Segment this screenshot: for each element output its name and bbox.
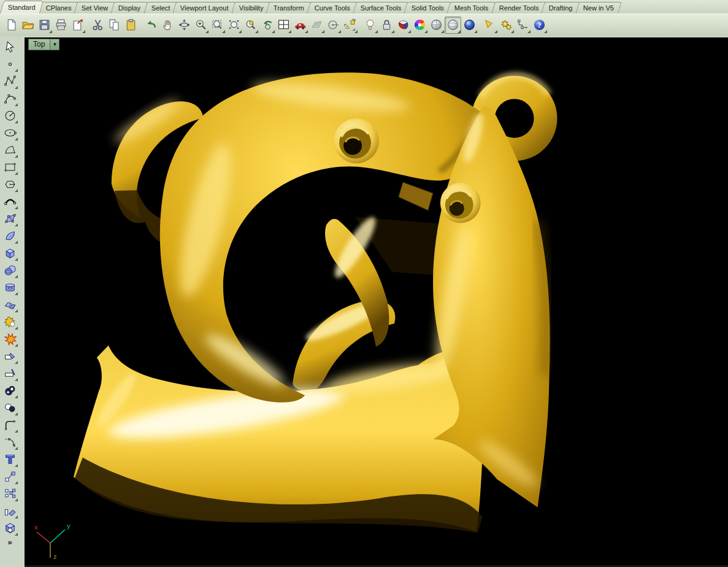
save-file-button[interactable] [36,17,53,34]
tab-visibility[interactable]: Visibility [231,2,271,14]
control-point-curve-button[interactable] [1,90,18,107]
surface-pair-button[interactable] [1,296,18,313]
color-wheel-button[interactable] [412,17,428,34]
viewport-title-chip: Top ▼ [28,39,59,50]
rectangle-button[interactable] [1,158,18,176]
open-file-button[interactable] [20,17,36,34]
help-button[interactable]: ? [531,17,548,34]
new-file-button[interactable] [3,17,20,34]
tab-standard[interactable]: Standard [0,1,44,14]
tab-display[interactable]: Display [111,2,149,14]
lock-button[interactable] [378,17,395,34]
explode-button[interactable] [1,330,18,347]
flyout-arrow [15,395,18,398]
cut-button[interactable] [90,17,106,34]
polyline-button[interactable] [1,72,18,90]
tab-solid-tools[interactable]: Solid Tools [404,2,452,14]
orient-button[interactable] [1,502,18,519]
select-pointer-button[interactable] [1,38,18,55]
flyout-arrow [15,292,18,295]
tab-new-in-v5[interactable]: New in V5 [575,2,622,14]
tab-set-view[interactable]: Set View [74,2,117,14]
cplane-ghost-button[interactable] [308,17,325,34]
tab-surface-tools[interactable]: Surface Tools [353,2,409,14]
surface-points-button[interactable] [1,210,18,227]
split-button[interactable] [1,364,18,382]
tab-drafting[interactable]: Drafting [542,2,581,14]
sidebar-more-button[interactable]: » [1,536,18,549]
undo-icon [145,18,158,31]
gears-options-button[interactable] [498,17,515,34]
extend-curve-button[interactable] [1,433,18,450]
pan-button[interactable] [159,17,176,34]
ghosted-sphere-button[interactable] [445,17,461,34]
cube-sphere-button[interactable] [1,519,18,536]
zoom-selected-button[interactable] [242,17,259,34]
cut-icon [91,18,104,31]
flyout-arrow [15,326,18,330]
cylinder-band-button[interactable] [1,279,18,296]
tab-mesh-tools[interactable]: Mesh Tools [447,2,497,14]
export-page-button[interactable] [69,17,86,34]
flyout-arrow [408,30,411,33]
lightbulb-button[interactable] [362,17,378,34]
tab-transform[interactable]: Transform [266,2,312,14]
flyout-arrow [15,275,18,278]
car-display-button[interactable] [292,17,308,34]
rotate-view-icon [178,18,191,31]
tab-cplanes[interactable]: CPlanes [38,2,79,14]
osnap-button[interactable] [342,17,358,34]
ellipse-button[interactable] [1,124,18,141]
rendered-sphere-button[interactable] [461,17,478,34]
flyout-arrow [15,189,18,192]
polygon-button[interactable] [1,176,18,193]
paste-button[interactable] [123,17,139,34]
flyout-arrow [15,86,18,89]
undo-button[interactable] [143,17,159,34]
trim-button[interactable] [1,347,18,364]
axis-gizmo: x y z [29,520,76,564]
new-file-icon [5,18,18,31]
tab-viewport-layout[interactable]: Viewport Layout [172,2,236,14]
boolean-union-button[interactable] [1,382,18,399]
zoom-in-button[interactable] [193,17,209,34]
copy-button[interactable] [106,17,123,34]
zoom-extents-button[interactable] [226,17,242,34]
flyout-arrow [15,464,18,467]
viewport-dropdown-button[interactable]: ▼ [50,39,59,50]
point-button[interactable] [1,55,18,72]
array-button[interactable] [1,485,18,502]
text-button[interactable] [1,450,18,468]
tab-curve-tools[interactable]: Curve Tools [307,2,358,14]
dolphin-right-eye [440,183,481,223]
box-button[interactable] [1,244,18,261]
shaded-sphere-button[interactable] [428,17,445,34]
dimension-button[interactable] [515,17,531,34]
move-copy-button[interactable] [1,468,18,485]
analysis-slice-button[interactable] [395,17,412,34]
print-button[interactable] [53,17,69,34]
spotlight-button[interactable] [481,17,498,34]
circle-button[interactable] [1,107,18,124]
select-pointer-icon [4,40,17,53]
viewport-title[interactable]: Top [28,39,50,50]
boolean-difference-button[interactable] [1,399,18,416]
flyout-arrow [15,430,18,433]
curved-surface-button[interactable] [1,227,18,244]
cplane-origin-button[interactable] [325,17,342,34]
rotate-view-button[interactable] [176,17,193,34]
paste-icon [125,18,137,31]
zoom-window-button[interactable] [209,17,226,34]
fillet-curve-button[interactable] [1,416,18,433]
star-puzzle-button[interactable] [1,313,18,330]
viewport-top[interactable]: Top ▼ x y z [25,37,728,567]
spheres-button[interactable] [1,261,18,279]
viewport-layout-button[interactable] [275,17,292,34]
y-axis-label: y [67,522,71,530]
flyout-arrow [288,30,291,33]
arc-button[interactable] [1,141,18,158]
tab-render-tools[interactable]: Render Tools [491,2,546,14]
undo-view-button[interactable] [259,17,275,34]
flyout-arrow [15,137,18,141]
handle-curve-button[interactable] [1,193,18,210]
